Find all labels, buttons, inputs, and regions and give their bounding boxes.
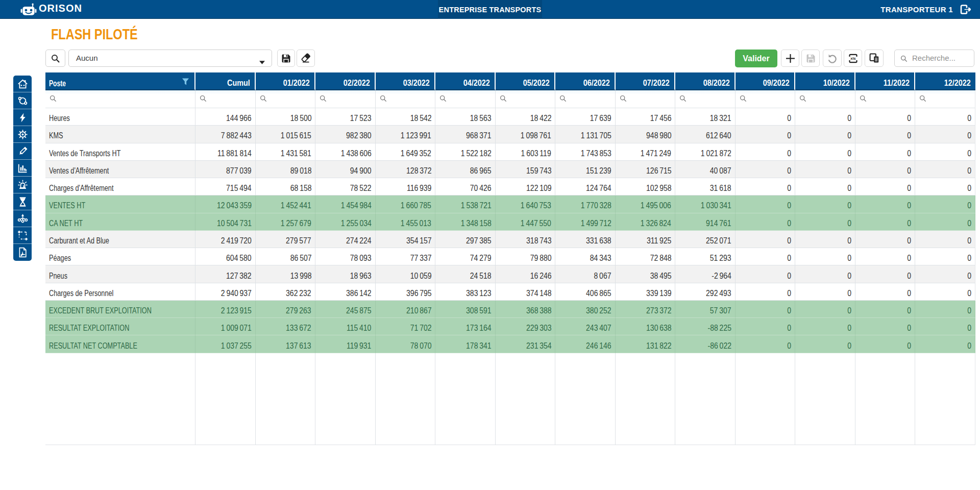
- svg-text:xls: xls: [850, 56, 855, 61]
